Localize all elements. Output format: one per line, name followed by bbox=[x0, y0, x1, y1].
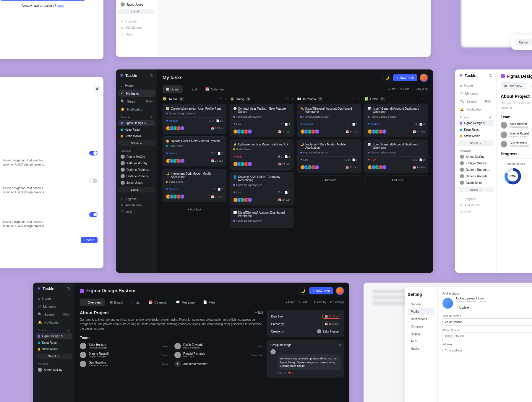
address-input[interactable] bbox=[442, 347, 532, 354]
task-card[interactable]: ✏️[User][General] Account Dashboard Wire… bbox=[297, 104, 361, 137]
task-card[interactable]: 📊[User][General] Account Dashboard Wiref… bbox=[364, 140, 428, 173]
nav-mytasks[interactable]: ☑ My tasks bbox=[35, 303, 72, 310]
settings-nav-item[interactable]: Display bbox=[408, 330, 434, 337]
add-project-icon[interactable]: ⊕ bbox=[150, 116, 153, 119]
fullname-input[interactable] bbox=[442, 318, 532, 326]
more-icon[interactable]: ⋯ bbox=[286, 97, 289, 101]
add-icon[interactable]: + bbox=[359, 97, 361, 101]
add-icon[interactable]: + bbox=[292, 97, 293, 101]
more-icon[interactable]: ⋯ bbox=[219, 97, 222, 101]
tab-overview[interactable]: ▭ Overview bbox=[501, 82, 526, 90]
cancel-button[interactable]: Cancel bbox=[515, 39, 532, 46]
settings-nav-item[interactable]: General bbox=[408, 301, 434, 308]
new-task-button[interactable]: + New Task bbox=[309, 287, 333, 294]
tab-list[interactable]: ☰ List bbox=[127, 299, 144, 306]
tab-files[interactable]: 📄 Files bbox=[200, 299, 219, 306]
nav-home[interactable]: ⌂ Home bbox=[118, 82, 155, 89]
settings-nav-item[interactable]: Apps bbox=[408, 338, 434, 345]
nav-notification[interactable]: 🔔 Notification bbox=[118, 106, 155, 113]
settings-nav-item[interactable]: Profile bbox=[408, 308, 434, 315]
help[interactable]: ⓘ Help bbox=[118, 31, 155, 38]
toggle[interactable] bbox=[89, 212, 98, 217]
tab-board[interactable]: ▦ Board bbox=[163, 85, 183, 93]
see-all[interactable]: See all ⌄ bbox=[118, 140, 155, 146]
project-item[interactable]: Keep React bbox=[458, 127, 494, 133]
msg-item[interactable]: Kathryn Murphy bbox=[118, 160, 155, 166]
nav-home[interactable]: ⌂ Home bbox=[35, 295, 72, 302]
upgrade[interactable]: ✦ Upgrade bbox=[118, 196, 155, 202]
help[interactable]: ⓘ Help bbox=[118, 208, 155, 215]
update-button[interactable]: Update bbox=[81, 237, 98, 243]
add-icon[interactable]: + bbox=[224, 97, 226, 101]
project-item[interactable]: Keep React bbox=[118, 127, 155, 133]
toggle[interactable] bbox=[89, 179, 98, 183]
project-item[interactable]: Figma Design S... bbox=[458, 120, 494, 126]
msg-item[interactable]: Jacob Jones bbox=[118, 179, 155, 186]
edit-button[interactable]: ✎ Edit bbox=[255, 311, 263, 314]
nav-mytasks[interactable]: ☑ My tasks bbox=[118, 90, 155, 97]
settings-nav-item[interactable]: Notifications bbox=[408, 316, 434, 322]
sort-button[interactable]: ⇅ Sort bbox=[400, 85, 409, 93]
see-all[interactable]: See all ⌄ bbox=[118, 9, 155, 14]
task-card[interactable]: 📘Develop Style Guide - Company Rebrandin… bbox=[230, 172, 294, 205]
tab-overview[interactable]: ▭ Overview bbox=[80, 299, 105, 306]
nav-search[interactable]: 🔍 Search⌘ K bbox=[118, 98, 155, 105]
task-card[interactable]: 📊[User][General] Account Dashboard Wiref… bbox=[230, 208, 294, 228]
tab-board[interactable]: ▦ bbox=[527, 82, 532, 90]
task-card[interactable]: ⚡Optimize Landing Page - SEO and UX Stat… bbox=[230, 140, 294, 170]
nav-notification[interactable]: 🔔 Notification bbox=[35, 319, 72, 326]
add-task-button[interactable]: + Add task bbox=[364, 175, 428, 185]
task-card[interactable]: 📊[User][General] Account Dashboard Wiref… bbox=[364, 104, 428, 137]
add-team-button[interactable]: +Add team member bbox=[174, 361, 263, 367]
see-all[interactable]: See all ⌄ bbox=[118, 187, 155, 192]
nav-home[interactable]: ⌂ Home bbox=[458, 82, 494, 89]
add-member[interactable]: ⊕ Add Member bbox=[118, 202, 155, 208]
groupby-button[interactable]: ▭ Group by bbox=[412, 85, 428, 93]
add-member[interactable]: ⊕ Add Member bbox=[118, 25, 155, 31]
upgrade[interactable]: ✦ Upgrade bbox=[118, 18, 155, 25]
tab-message[interactable]: 💬 Message bbox=[172, 299, 198, 306]
login-link[interactable]: Login bbox=[57, 4, 64, 7]
settings-button[interactable]: ⚙ Settings bbox=[330, 299, 344, 306]
nav-search[interactable]: 🔍 Search⌘ K bbox=[35, 311, 72, 318]
nav-search[interactable]: 🔍 Search⌘ K bbox=[458, 98, 494, 105]
add-icon[interactable]: + bbox=[426, 97, 428, 101]
task-card[interactable]: 🌙Implement Dark Mode - Mobile Applicatio… bbox=[297, 140, 361, 173]
close-icon[interactable]: ✕ bbox=[94, 86, 100, 92]
project-item[interactable]: Static Mania bbox=[458, 133, 494, 139]
new-task-button[interactable]: + New Task bbox=[393, 74, 417, 81]
tab-list[interactable]: ☰ List bbox=[184, 85, 200, 93]
groupby-button[interactable]: ▭ Group by bbox=[311, 299, 326, 306]
filter-button[interactable]: ▾ Filter bbox=[286, 299, 295, 306]
msg-item[interactable]: Darlene Roberts... bbox=[118, 173, 155, 179]
update-button[interactable]: Update bbox=[456, 304, 472, 311]
project-item[interactable]: Static Mania bbox=[118, 133, 155, 139]
add-task-button[interactable]: + Add task bbox=[297, 175, 361, 185]
more-icon[interactable]: ⋯ bbox=[353, 97, 356, 101]
task-card[interactable]: 🌙Implement Dark Mode - Mobile Applicatio… bbox=[163, 169, 226, 202]
nav-mytasks[interactable]: ☑ My tasks bbox=[458, 90, 494, 97]
task-card[interactable]: 🖼️Create Wireframes - User Profile Page … bbox=[163, 104, 226, 134]
user-avatar[interactable] bbox=[420, 74, 428, 82]
msg-item[interactable]: Darlene Roberts... bbox=[118, 166, 155, 173]
task-card[interactable]: 🎨Update Color Palette - Brand Refresh Ke… bbox=[163, 136, 226, 166]
sort-button[interactable]: ⇅ Sort bbox=[298, 299, 307, 306]
nav-notification[interactable]: 🔔 Notification bbox=[458, 106, 494, 113]
toggle[interactable] bbox=[89, 151, 98, 155]
add-task-button[interactable]: + Add task bbox=[163, 205, 226, 214]
phone-input[interactable] bbox=[442, 333, 532, 340]
theme-toggle[interactable]: 🌙 bbox=[383, 74, 391, 82]
tab-calendar[interactable]: 📅 Calendar bbox=[145, 299, 171, 306]
project-item[interactable]: Figma Design S... bbox=[118, 120, 155, 126]
settings-nav-item[interactable]: Hacks bbox=[408, 345, 434, 352]
tab-calendar[interactable]: 📅 Calendar bbox=[202, 85, 228, 93]
expand-icon[interactable]: ⤢ bbox=[338, 343, 341, 347]
msg-item[interactable]: Jacob Jones bbox=[118, 1, 155, 8]
more-icon[interactable]: ⋯ bbox=[421, 97, 424, 101]
settings-nav-item[interactable]: Company bbox=[408, 323, 434, 330]
msg-item[interactable]: Arlene McCoy bbox=[118, 153, 155, 160]
task-card[interactable]: 💬Conduct User Testing - New Feature Roll… bbox=[230, 104, 294, 137]
filter-button[interactable]: ▾ Filter bbox=[387, 85, 396, 93]
theme-toggle[interactable]: 🌙 bbox=[299, 287, 307, 295]
user-avatar[interactable] bbox=[336, 287, 344, 295]
